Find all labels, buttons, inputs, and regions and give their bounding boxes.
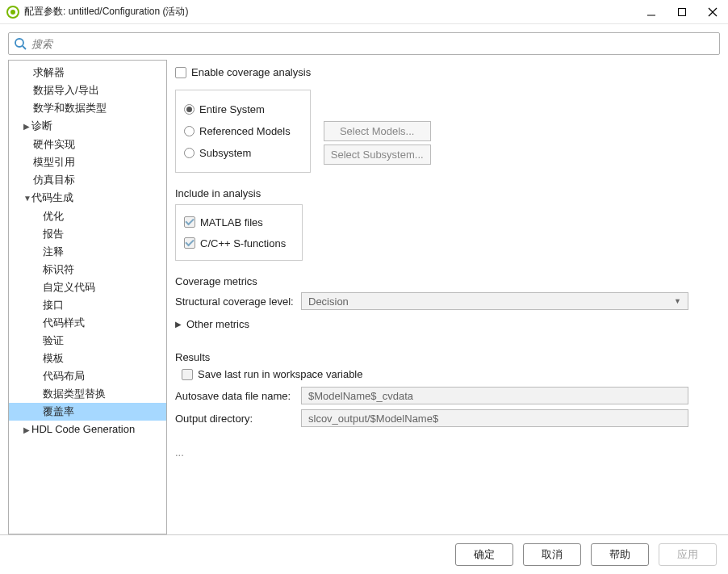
nav-item-optimize[interactable]: 优化 [9,207,166,225]
search-input[interactable] [31,38,714,50]
enable-coverage-label: Enable coverage analysis [191,66,311,78]
autosave-value: $ModelName$_cvdata [308,390,413,402]
main-area: 求解器 数据导入/导出 数学和数据类型 ▶诊断 硬件实现 模型引用 仿真目标 ▼… [0,60,728,534]
scope-subsystem-row[interactable]: Subsystem [184,142,291,164]
outdir-label: Output directory: [175,413,296,425]
app-icon [6,6,19,19]
search-icon [14,37,27,50]
svg-rect-1 [679,8,686,15]
nav-item-hdl[interactable]: ▶HDL Code Generation [9,421,166,439]
save-last-checkbox[interactable] [182,369,193,380]
enable-coverage-row[interactable]: Enable coverage analysis [175,66,713,78]
nav-item-math-types[interactable]: 数学和数据类型 [9,99,166,117]
include-title: Include in analysis [175,187,713,199]
nav-item-comments[interactable]: 注释 [9,243,166,261]
chevron-down-icon: ▼ [674,297,681,305]
apply-button[interactable]: 应用 [659,543,717,566]
chevron-right-icon: ▶ [175,320,182,329]
include-matlab-row[interactable]: MATLAB files [184,212,286,233]
radio-entire-system[interactable] [184,104,195,115]
nav-item-interface[interactable]: 接口 [9,296,166,314]
radio-subsystem[interactable] [184,148,195,158]
structural-coverage-select[interactable]: Decision ▼ [301,292,688,310]
nav-item-verify[interactable]: 验证 [9,332,166,350]
nav-item-solver[interactable]: 求解器 [9,64,166,82]
nav-item-coverage[interactable]: 覆盖率 [9,403,166,421]
autosave-label: Autosave data file name: [175,390,296,402]
scope-box: Entire System Referenced Models Subsyste… [175,90,311,173]
other-metrics-label: Other metrics [186,318,249,330]
include-sfun-row[interactable]: C/C++ S-functions [184,233,286,253]
structural-label: Structural coverage level: [175,295,296,308]
nav-item-custom-code[interactable]: 自定义代码 [9,279,166,296]
outdir-input[interactable]: slcov_output/$ModelName$ [301,409,688,427]
outdir-value: slcov_output/$ModelName$ [308,413,438,425]
close-button[interactable] [707,6,718,18]
save-last-label: Save last run in workspace variable [198,368,363,380]
save-last-row[interactable]: Save last run in workspace variable [182,368,713,380]
nav-item-data-io[interactable]: 数据导入/导出 [9,82,166,99]
help-button[interactable]: 帮助 [591,543,649,566]
structural-value: Decision [308,295,349,308]
other-metrics-disclosure[interactable]: ▶ Other metrics [175,318,713,330]
radio-subsystem-label: Subsystem [199,147,251,159]
outdir-row: Output directory: slcov_output/$ModelNam… [175,409,713,427]
minimize-button[interactable] [646,6,657,18]
nav-item-report[interactable]: 报告 [9,225,166,243]
content-panel: Enable coverage analysis Entire System R… [175,60,720,534]
svg-line-5 [23,46,26,49]
nav-tree[interactable]: 求解器 数据导入/导出 数学和数据类型 ▶诊断 硬件实现 模型引用 仿真目标 ▼… [8,60,167,534]
select-subsystem-button[interactable]: Select Subsystem... [324,145,431,165]
include-sfun-label: C/C++ S-functions [200,237,286,249]
nav-item-code-style[interactable]: 代码样式 [9,314,166,332]
maximize-button[interactable] [676,6,688,18]
scope-entire-row[interactable]: Entire System [184,98,291,120]
structural-row: Structural coverage level: Decision ▼ [175,292,713,310]
chevron-right-icon: ▶ [23,119,31,134]
nav-item-model-ref[interactable]: 模型引用 [9,153,166,171]
titlebar: 配置参数: untitled/Configuration (活动) [0,0,728,24]
more-ellipsis[interactable]: ... [175,446,713,459]
search-box[interactable] [8,32,720,55]
window-title: 配置参数: untitled/Configuration (活动) [24,5,646,19]
nav-item-sim-target[interactable]: 仿真目标 [9,171,166,189]
footer: 确定 取消 帮助 应用 [0,534,728,574]
nav-item-data-type-replace[interactable]: 数据类型替换 [9,385,166,403]
nav-item-identifiers[interactable]: 标识符 [9,261,166,279]
results-title: Results [175,351,713,363]
cancel-button[interactable]: 取消 [523,543,581,566]
select-models-button[interactable]: Select Models... [324,121,431,141]
nav-item-hardware[interactable]: 硬件实现 [9,136,166,153]
chevron-down-icon: ▼ [23,191,31,206]
nav-item-code-placement[interactable]: 代码布局 [9,367,166,385]
autosave-input[interactable]: $ModelName$_cvdata [301,387,688,404]
include-matlab-label: MATLAB files [200,216,263,228]
nav-item-diagnostics[interactable]: ▶诊断 [9,117,166,136]
autosave-row: Autosave data file name: $ModelName$_cvd… [175,387,713,404]
chevron-right-icon: ▶ [23,423,31,438]
include-box: MATLAB files C/C++ S-functions [175,204,303,261]
radio-entire-label: Entire System [199,103,265,115]
nav-item-codegen[interactable]: ▼代码生成 [9,189,166,207]
include-matlab-checkbox[interactable] [184,216,195,228]
ok-button[interactable]: 确定 [455,543,513,566]
radio-referenced-label: Referenced Models [199,125,291,137]
scope-area: Entire System Referenced Models Subsyste… [175,90,713,173]
radio-referenced-models[interactable] [184,126,195,136]
enable-coverage-checkbox[interactable] [175,67,186,78]
scope-referenced-row[interactable]: Referenced Models [184,120,291,142]
include-sfun-checkbox[interactable] [184,237,195,249]
svg-point-4 [15,39,23,47]
search-row [0,24,728,60]
metrics-title: Coverage metrics [175,275,713,287]
nav-item-templates[interactable]: 模板 [9,350,166,367]
